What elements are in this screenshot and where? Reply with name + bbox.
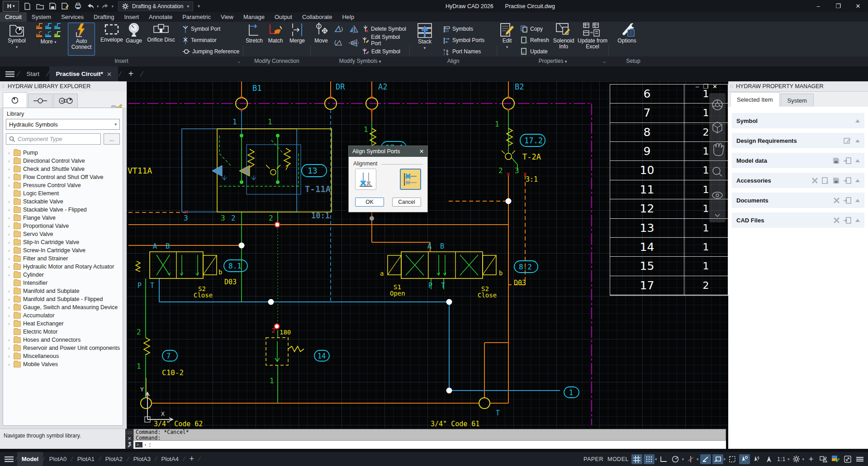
group-modify-symbols[interactable]: Modify Symbols ▾: [311, 58, 409, 64]
library-tree-item[interactable]: Intensifier: [4, 279, 121, 287]
stretch-button[interactable]: Stretch: [243, 23, 265, 44]
gauge-button[interactable]: Gauge: [123, 23, 145, 44]
layout-tab[interactable]: PlotA2: [101, 452, 127, 466]
library-tree-item[interactable]: Logic Element: [4, 189, 121, 198]
menu-item[interactable]: Insert: [119, 12, 144, 22]
library-tree-item[interactable]: › Hoses and Connectors: [4, 336, 121, 344]
chevron-right-icon[interactable]: ›: [7, 240, 11, 245]
library-tree-item[interactable]: › Miscellaneous: [4, 352, 121, 360]
library-tree-item[interactable]: › Servo Valve: [4, 230, 121, 238]
graphics-performance-icon[interactable]: [830, 454, 841, 464]
save-icon[interactable]: [833, 177, 840, 184]
viewport-close-icon[interactable]: ✕: [712, 83, 717, 90]
chevron-right-icon[interactable]: ›: [7, 321, 11, 326]
chevron-right-icon[interactable]: ›: [7, 183, 11, 188]
restore-button[interactable]: ❐: [828, 0, 848, 12]
chevron-right-icon[interactable]: ›: [7, 256, 11, 261]
library-tree-item[interactable]: › Gauge, Switch and Measuring Device: [4, 303, 121, 311]
chevron-right-icon[interactable]: ›: [7, 273, 11, 278]
undo-icon[interactable]: [85, 2, 96, 11]
annotation-cursor-icon[interactable]: [764, 454, 774, 464]
match-button[interactable]: Match: [265, 23, 286, 44]
command-grip-icon[interactable]: ∷∷: [126, 430, 133, 435]
library-select[interactable]: Hydraulic Symbols▾: [6, 119, 120, 130]
terminator-button[interactable]: Terminator: [183, 35, 217, 46]
library-tree-item[interactable]: › Manifold and Subplate: [4, 287, 121, 295]
menu-item[interactable]: Help: [337, 12, 359, 22]
library-tree-item[interactable]: › Stackable Valve: [4, 198, 121, 206]
delete-symbol-button[interactable]: Delete Symbol: [362, 24, 406, 34]
minimize-button[interactable]: –: [808, 0, 828, 12]
viewport-restore-icon[interactable]: ❐: [703, 83, 708, 90]
save-icon[interactable]: [47, 2, 58, 11]
doc-tab-close-icon[interactable]: ✕: [107, 71, 112, 78]
snap-toggle-icon[interactable]: [644, 454, 655, 464]
library-tree-item[interactable]: › Heat Exchanger: [4, 320, 121, 328]
save-as-icon[interactable]: [60, 2, 71, 11]
new-doc-tab-button[interactable]: +: [122, 66, 140, 81]
directional-valve-8-1[interactable]: [136, 252, 217, 278]
tab-power-units[interactable]: M: [53, 94, 78, 108]
chevron-right-icon[interactable]: ›: [7, 264, 11, 269]
symbol-button[interactable]: Symbol▾: [3, 23, 31, 49]
snap-override-cursor-icon[interactable]: [751, 454, 762, 464]
mirror-horizontal-icon[interactable]: [349, 39, 359, 47]
paper-toggle[interactable]: PAPER: [583, 456, 603, 462]
delete-icon[interactable]: [812, 178, 818, 184]
library-tree-item[interactable]: › Slip-In Cartridge Valve: [4, 238, 121, 246]
save-icon[interactable]: [833, 157, 840, 164]
dialog-header[interactable]: Align Symbol Ports ✕: [349, 146, 427, 157]
polar-tracking-icon[interactable]: [670, 454, 681, 464]
library-tree-item[interactable]: › Hydraulic Motor and Rotary Actuator: [4, 263, 121, 271]
annotation-scale[interactable]: 1:1: [777, 456, 786, 462]
menu-item[interactable]: Manage: [238, 12, 270, 22]
menu-item[interactable]: Output: [270, 12, 297, 22]
library-tree-item[interactable]: › Flow Control and Shut Off Valve: [4, 173, 121, 181]
section-symbol[interactable]: Symbol: [732, 113, 864, 128]
clean-screen-icon[interactable]: [842, 454, 853, 464]
refresh-properties-button[interactable]: Refresh: [521, 35, 549, 46]
library-tree-item[interactable]: › Pressure Control Valve: [4, 181, 121, 189]
library-panel-header[interactable]: ⁞⁞ HYDRAW LIBRARY EXPLORER: [0, 81, 127, 92]
chevron-right-icon[interactable]: ›: [7, 289, 11, 294]
command-close-icon[interactable]: ✕: [127, 436, 131, 442]
grid-toggle-icon[interactable]: [631, 454, 642, 464]
settings-dropdown[interactable]: ▾: [802, 457, 804, 461]
new-file-icon[interactable]: [22, 2, 33, 11]
library-tree-item[interactable]: › Flange Valve: [4, 214, 121, 222]
chevron-right-icon[interactable]: ›: [7, 346, 11, 351]
object-snap-cursor-icon[interactable]: [739, 454, 750, 464]
command-history[interactable]: Command: *Cancel* Command:: [133, 429, 726, 441]
align-symbol-ports-button[interactable]: Symbol Ports: [443, 35, 484, 46]
selection-cycling-icon[interactable]: [727, 454, 738, 464]
collapse-icon[interactable]: [855, 119, 860, 122]
delete-icon[interactable]: [834, 198, 840, 203]
quick-access-dropdown[interactable]: ▼: [197, 4, 201, 9]
isolate-objects-icon[interactable]: [818, 454, 829, 464]
section-cad-files[interactable]: CAD Files: [732, 212, 864, 228]
library-tree-item[interactable]: › Accumulator: [4, 311, 121, 320]
cancel-button[interactable]: Cancel: [392, 198, 421, 207]
edit-symbol-button[interactable]: Edit Symbol: [362, 46, 400, 57]
mirror-vertical-icon[interactable]: [349, 25, 359, 33]
dynamic-input-dropdown[interactable]: ▾: [724, 457, 726, 461]
export-icon[interactable]: [844, 217, 851, 224]
library-tree-item[interactable]: › Proportional Valve: [4, 222, 121, 230]
panel-grip-icon[interactable]: ⁞⁞: [2, 84, 5, 89]
chevron-right-icon[interactable]: ›: [7, 305, 11, 310]
relief-valve-7[interactable]: [144, 338, 150, 355]
snap-dropdown[interactable]: ▾: [655, 457, 657, 461]
chevron-right-icon[interactable]: ›: [7, 224, 11, 229]
orifice-disc-button[interactable]: Orifice Disc: [147, 23, 175, 43]
rotate-right-icon[interactable]: [334, 39, 344, 47]
library-tree-item[interactable]: › Directional Control Valve: [4, 157, 121, 165]
dynamic-input-icon[interactable]: [712, 454, 723, 464]
chevron-right-icon[interactable]: ›: [7, 313, 11, 318]
collapse-icon[interactable]: [855, 199, 860, 202]
menu-item[interactable]: Drafting: [89, 12, 119, 22]
panel-grip-icon[interactable]: ⁞⁞: [730, 84, 733, 89]
menu-item[interactable]: View: [216, 12, 238, 22]
rotate-left-icon[interactable]: [334, 25, 344, 33]
model-toggle[interactable]: MODEL: [607, 456, 629, 462]
section-documents[interactable]: Documents: [732, 193, 864, 208]
